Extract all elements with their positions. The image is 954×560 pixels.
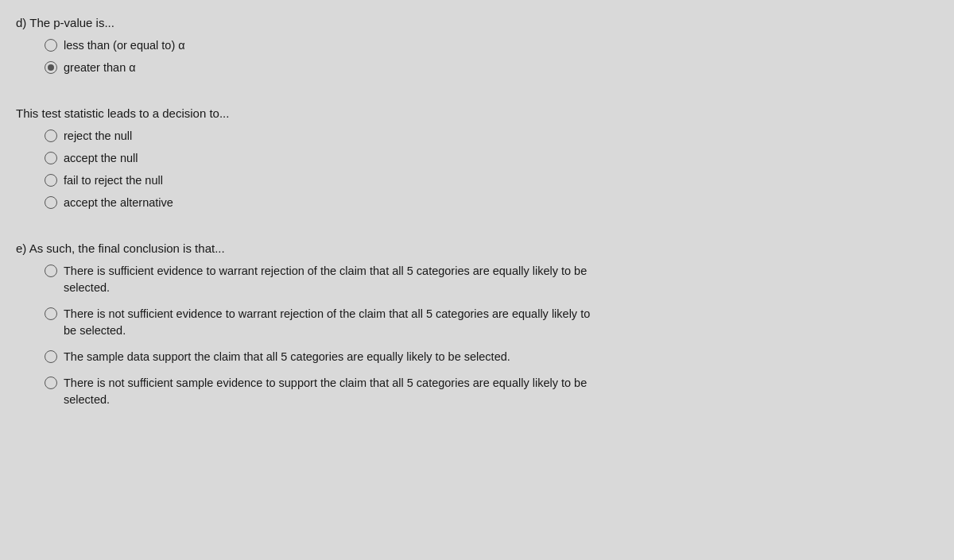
decision-radio-4[interactable] xyxy=(45,196,57,209)
conclusion-option-3[interactable]: The sample data support the claim that a… xyxy=(45,349,922,365)
pvalue-radio-2[interactable] xyxy=(45,61,57,74)
conclusion-option-4[interactable]: There is not sufficient sample evidence … xyxy=(45,375,922,408)
pvalue-text-2: greater than α xyxy=(64,60,136,75)
decision-text-2: accept the null xyxy=(64,150,138,166)
decision-radio-3[interactable] xyxy=(45,174,57,187)
conclusion-radio-3[interactable] xyxy=(45,350,57,363)
conclusion-text-3: The sample data support the claim that a… xyxy=(64,349,510,365)
pvalue-radio-group: less than (or equal to) α greater than α xyxy=(45,37,922,76)
conclusion-text-4: There is not sufficient sample evidence … xyxy=(64,375,604,408)
decision-option-4[interactable]: accept the alternative xyxy=(45,195,922,210)
pvalue-text-1: less than (or equal to) α xyxy=(64,37,185,53)
conclusion-text-1: There is sufficient evidence to warrant … xyxy=(64,263,604,296)
decision-option-2[interactable]: accept the null xyxy=(45,150,922,166)
conclusion-text-2: There is not sufficient evidence to warr… xyxy=(64,306,604,339)
page: d) The p-value is... less than (or equal… xyxy=(0,0,954,560)
decision-section: This test statistic leads to a decision … xyxy=(16,106,922,211)
conclusion-radio-2[interactable] xyxy=(45,307,57,320)
conclusion-label: e) As such, the final conclusion is that… xyxy=(16,241,922,255)
pvalue-label: d) The p-value is... xyxy=(16,16,922,29)
pvalue-option-2[interactable]: greater than α xyxy=(45,60,922,75)
conclusion-radio-1[interactable] xyxy=(45,265,57,277)
decision-radio-1[interactable] xyxy=(45,129,57,142)
conclusion-radio-4[interactable] xyxy=(45,377,57,389)
decision-text-4: accept the alternative xyxy=(64,195,173,210)
decision-option-3[interactable]: fail to reject the null xyxy=(45,172,922,188)
pvalue-section: d) The p-value is... less than (or equal… xyxy=(16,16,922,76)
pvalue-radio-1[interactable] xyxy=(45,39,57,52)
conclusion-section: e) As such, the final conclusion is that… xyxy=(16,241,922,408)
decision-option-1[interactable]: reject the null xyxy=(45,128,922,144)
decision-text-3: fail to reject the null xyxy=(64,172,163,188)
conclusion-option-2[interactable]: There is not sufficient evidence to warr… xyxy=(45,306,922,339)
conclusion-radio-group: There is sufficient evidence to warrant … xyxy=(45,263,922,408)
decision-label: This test statistic leads to a decision … xyxy=(16,106,922,120)
decision-radio-group: reject the null accept the null fail to … xyxy=(45,128,922,211)
decision-radio-2[interactable] xyxy=(45,152,57,164)
pvalue-option-1[interactable]: less than (or equal to) α xyxy=(45,37,922,53)
conclusion-option-1[interactable]: There is sufficient evidence to warrant … xyxy=(45,263,922,296)
decision-text-1: reject the null xyxy=(64,128,132,144)
